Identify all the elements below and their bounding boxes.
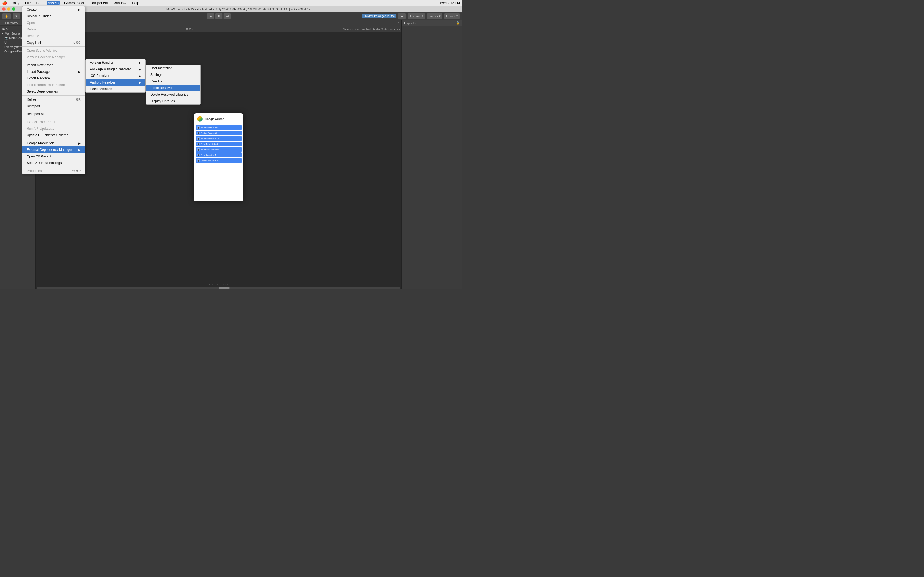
menu-run-api-updater: Run API Updater... bbox=[22, 125, 85, 132]
admob-header: Google AdMob bbox=[194, 113, 243, 124]
play-button[interactable]: ▶ bbox=[207, 13, 215, 19]
menu-assets[interactable]: Assets bbox=[47, 1, 60, 5]
status-label: STATUS bbox=[209, 283, 218, 286]
menu-external-dep-manager[interactable]: External Dependency Manager ▶ bbox=[22, 147, 85, 153]
layers-dropdown[interactable]: Layers ▾ bbox=[427, 13, 443, 19]
menu-file[interactable]: File bbox=[24, 1, 32, 5]
phone-btn-request-rewarded[interactable]: 📱 Request Rewarded Ad bbox=[195, 136, 242, 141]
menu-reimport-all[interactable]: Reimport All bbox=[22, 111, 85, 117]
gizmos-btn[interactable]: Gizmos ▾ bbox=[388, 28, 400, 31]
stats-btn[interactable]: Stats bbox=[381, 28, 388, 31]
scroll-track bbox=[37, 287, 401, 288]
step-button[interactable]: ⏭ bbox=[223, 13, 231, 19]
scroll-thumb bbox=[219, 287, 229, 288]
phone-btn-icon-6: 📱 bbox=[197, 153, 200, 156]
menu-import-new-asset[interactable]: Import New Asset... bbox=[22, 62, 85, 68]
mac-menubar: 🍎 Unity File Edit Assets GameObject Comp… bbox=[0, 0, 462, 6]
menu-update-uielements[interactable]: Update UIElements Schema bbox=[22, 132, 85, 139]
admob-logo bbox=[197, 116, 203, 122]
separator-4 bbox=[22, 110, 85, 110]
extdep-context-menu: Version Handler ▶ Package Manager Resolv… bbox=[85, 59, 146, 93]
separator-7 bbox=[22, 167, 85, 167]
apple-menu[interactable]: 🍎 bbox=[2, 1, 7, 5]
maximize-btn[interactable]: Maximize On Play bbox=[343, 28, 365, 31]
phone-btn-request-interstitial[interactable]: 📱 Request Interstitial Ad bbox=[195, 147, 242, 152]
phone-btn-show-interstitial[interactable]: 📱 Show Interstitial Ad bbox=[195, 153, 242, 158]
extdep-package-manager-resolver[interactable]: Package Manager Resolver ▶ bbox=[86, 66, 145, 73]
menu-rename: Rename bbox=[22, 33, 85, 39]
menu-copy-path[interactable]: Copy Path ⌥⌘C bbox=[22, 39, 85, 46]
menu-component[interactable]: Component bbox=[89, 1, 109, 5]
separator-6 bbox=[22, 139, 85, 139]
admob-logo-circle bbox=[197, 116, 203, 122]
menu-reimport[interactable]: Reimport bbox=[22, 103, 85, 110]
extdep-documentation[interactable]: Documentation bbox=[86, 86, 145, 92]
toolbar-move-btn[interactable]: ✥ bbox=[13, 13, 20, 19]
menu-seed-xr[interactable]: Seed XR Input Bindings bbox=[22, 160, 85, 166]
menu-google-mobile-ads[interactable]: Google Mobile Ads ▶ bbox=[22, 140, 85, 147]
phone-btn-destroy-banner[interactable]: 📱 Destroy Banner Ad bbox=[195, 131, 242, 135]
mute-btn[interactable]: Mute Audio bbox=[366, 28, 380, 31]
phone-btn-icon-7: 📱 bbox=[197, 159, 200, 162]
window-minimize-btn[interactable] bbox=[7, 7, 10, 11]
scene-status-bar: STATUS 0.0 fps bbox=[36, 282, 402, 287]
android-settings[interactable]: Settings bbox=[146, 71, 200, 78]
play-controls: ▶ ⏸ ⏭ bbox=[207, 13, 231, 19]
toolbar-hand-btn[interactable]: ✋ bbox=[2, 13, 11, 19]
menu-help[interactable]: Help bbox=[131, 1, 140, 5]
extdep-version-handler[interactable]: Version Handler ▶ bbox=[86, 60, 145, 66]
menu-open: Open bbox=[22, 19, 85, 26]
menu-import-package[interactable]: Import Package ▶ bbox=[22, 68, 85, 75]
menu-reveal-finder[interactable]: Reveal in Finder bbox=[22, 13, 85, 19]
menu-unity[interactable]: Unity bbox=[10, 1, 21, 5]
android-delete-resolved[interactable]: Delete Resolved Libraries bbox=[146, 91, 200, 98]
extdep-ios-resolver[interactable]: iOS Resolver ▶ bbox=[86, 73, 145, 79]
menu-window[interactable]: Window bbox=[113, 1, 127, 5]
phone-btn-show-rewarded[interactable]: 📱 Show Rewarded Ad bbox=[195, 142, 242, 147]
android-documentation[interactable]: Documentation bbox=[146, 65, 200, 71]
android-resolve[interactable]: Resolve bbox=[146, 78, 200, 85]
menu-open-csharp[interactable]: Open C# Project bbox=[22, 153, 85, 160]
inspector-panel: Inspector 🔒 bbox=[402, 20, 462, 288]
pause-button[interactable]: ⏸ bbox=[215, 13, 223, 19]
menu-view-package-manager: View in Package Manager bbox=[22, 54, 85, 60]
layout-dropdown[interactable]: Layout ▾ bbox=[444, 13, 460, 19]
menu-edit[interactable]: Edit bbox=[35, 1, 44, 5]
menu-refresh[interactable]: Refresh ⌘R bbox=[22, 96, 85, 103]
extdep-android-resolver[interactable]: Android Resolver ▶ bbox=[86, 79, 145, 86]
menu-delete: Delete bbox=[22, 26, 85, 33]
toolbar-right: Preview Packages in Use ☁ Account ▾ Laye… bbox=[362, 13, 460, 19]
menu-gameobject[interactable]: GameObject bbox=[63, 1, 85, 5]
menu-extract-prefab: Extract From Prefab bbox=[22, 119, 85, 125]
phone-btn-request-banner[interactable]: 📱 Request Banner Ad bbox=[195, 125, 242, 130]
menu-create[interactable]: Create ▶ bbox=[22, 6, 85, 13]
menu-export-package[interactable]: Export Package... bbox=[22, 75, 85, 82]
hierarchy-add-btn[interactable]: + bbox=[2, 21, 4, 24]
phone-btn-icon-3: 📱 bbox=[197, 137, 200, 140]
inspector-lock-icon[interactable]: 🔒 bbox=[456, 21, 460, 25]
admob-title: Google AdMob bbox=[205, 118, 225, 121]
phone-btn-icon-4: 📱 bbox=[197, 143, 200, 145]
account-dropdown[interactable]: Account ▾ bbox=[407, 13, 425, 19]
window-maximize-btn[interactable] bbox=[12, 7, 15, 11]
menu-select-dependencies[interactable]: Select Dependencies bbox=[22, 88, 85, 95]
menubar-right: Wed 2:12 PM bbox=[440, 1, 460, 5]
phone-btn-destroy-interstitial[interactable]: 📱 Destroy Interstitial Ad bbox=[195, 158, 242, 163]
window-close-btn[interactable] bbox=[2, 7, 5, 11]
menu-open-scene-additive: Open Scene Additive bbox=[22, 47, 85, 54]
scene-scrollbar[interactable] bbox=[36, 287, 402, 288]
hierarchy-label: Hierarchy bbox=[5, 21, 18, 24]
menu-find-references: Find References In Scene bbox=[22, 82, 85, 88]
separator-2 bbox=[22, 61, 85, 61]
inspector-label: Inspector bbox=[404, 21, 416, 25]
inspector-header: Inspector 🔒 bbox=[402, 20, 462, 26]
android-display-libraries[interactable]: Display Libraries bbox=[146, 98, 200, 105]
scene-toolbar: ● Asset Store ⋮ bbox=[36, 20, 402, 26]
android-force-resolve[interactable]: Force Resolve bbox=[146, 85, 200, 91]
phone-btn-icon-1: 📱 bbox=[197, 126, 200, 129]
separator-3 bbox=[22, 95, 85, 96]
collab-btn[interactable]: ☁ bbox=[398, 13, 406, 19]
scene-more-btn[interactable]: ⋮ bbox=[397, 22, 400, 25]
status-value: 0.0 fps bbox=[221, 283, 229, 286]
menubar-time: Wed 2:12 PM bbox=[440, 1, 460, 5]
